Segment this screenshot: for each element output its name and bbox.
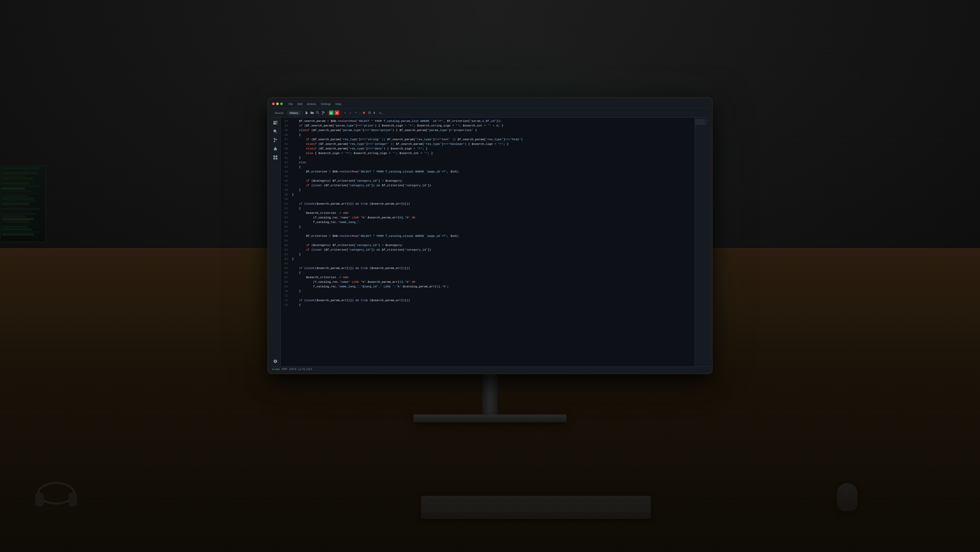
code-editor[interactable]: 33 $f_search_param = $DB->selectRow('SEL… [281,118,695,366]
left-wall-monitors [0,166,46,242]
monitor-stand-base [414,414,566,422]
table-row: 69 f_catalog_rec.'name_lang_'.'$lang_id'… [281,284,695,289]
table-row: 36 { [281,132,695,137]
monitor-bottom-bar: BenQ [270,372,710,373]
svg-rect-16 [275,155,277,157]
table-row: 51 if (isset($search_param_arr[0]) && tr… [281,201,695,206]
nav-settings[interactable]: Settings [319,102,333,106]
svg-rect-1 [36,493,43,506]
table-row: 54 (f_catalog_rec.'name' LIKE '%'.$searc… [281,215,695,220]
table-row: 57 [281,229,695,233]
stop-button[interactable]: ■ [334,111,339,115]
table-row: 38 elseif ($f_search_param['res_type']==… [281,142,695,146]
nav-help[interactable]: Help [334,102,344,106]
status-bar: ● main PHP UTF-8 Ln 73, Col 5 [270,366,710,372]
monitor-neck [482,373,498,414]
table-row: 40 else { $search_sign = '='; $search_st… [281,151,695,155]
git-status: ● main [272,368,280,370]
table-row: 52 { [281,206,695,211]
activity-search[interactable] [271,127,280,136]
toolbar: Source History [270,108,710,118]
title-bar-nav: File Edit Actions Settings Help [286,102,343,106]
encoding: UTF-8 [289,368,296,370]
svg-point-19 [275,361,276,362]
svg-rect-17 [273,158,275,160]
table-row: 62 } [281,252,695,257]
svg-rect-2 [69,493,76,506]
table-row: 53 $search_criterion .= AND [281,211,695,215]
breakpoint-icon[interactable] [362,111,366,115]
table-row: 67 $search_criterion .= AND [281,275,695,279]
svg-rect-15 [273,155,275,157]
tab-source[interactable]: Source [272,110,286,115]
monitor-screen: File Edit Actions Settings Help Source H… [270,100,710,372]
search-icon[interactable] [315,111,320,115]
table-row: 44 $f_criterion = $DB->selectRow('SELECT… [281,169,695,174]
minimap-panel [695,118,710,366]
file-icon[interactable] [304,111,309,115]
table-row: 37 if ($f_search_param['res_type']==='st… [281,137,695,142]
table-row: 33 $f_search_param = $DB->selectRow('SEL… [281,118,695,123]
git-icon[interactable] [321,111,326,115]
table-row: 49 } [281,192,695,197]
table-row: 60 if ($category) $f_criterion['category… [281,242,695,247]
svg-line-4 [318,113,319,114]
close-dot[interactable] [272,103,275,105]
ide-window: File Edit Actions Settings Help Source H… [270,100,710,372]
nav-actions[interactable]: Actions [305,102,318,106]
minimize-dot[interactable] [276,103,279,105]
table-row: 72 if (isset($search_param_arr[2]) && tr… [281,298,695,302]
file-info: PHP [282,368,287,370]
svg-rect-18 [275,158,277,160]
table-row: 64 [281,261,695,266]
table-row: 45 [281,174,695,178]
table-row: 65 if (isset($search_param_arr[1]) && tr… [281,266,695,270]
watch-icon[interactable] [367,111,372,115]
table-row: 47 if (isset ($f_criterion['category_id'… [281,183,695,188]
svg-line-11 [275,132,277,133]
activity-extensions[interactable] [271,153,280,161]
maximize-dot[interactable] [280,103,283,105]
editor-area: 33 $f_search_param = $DB->selectRow('SEL… [270,118,710,366]
svg-point-8 [363,112,365,114]
table-row: 73 { [281,302,695,307]
activity-git[interactable] [271,136,280,144]
activity-explorer[interactable] [271,118,280,127]
svg-point-10 [274,129,276,132]
table-row: 35 elseif ($f_search_param['param_type']… [281,128,695,132]
folder-icon[interactable] [310,111,314,115]
table-row: 39 elseif ($f_search_param['res_type']==… [281,146,695,151]
table-row: 61 if (isset ($f_criterion['category_id'… [281,247,695,252]
step-out-icon[interactable] [354,111,358,115]
headphones [30,480,82,511]
console-icon[interactable] [379,111,383,115]
variables-icon[interactable] [373,111,377,115]
main-monitor: File Edit Actions Settings Help Source H… [268,97,712,422]
table-row: 41 } [281,155,695,160]
table-row: 42 else [281,160,695,164]
toolbar-divider-1 [302,110,303,115]
table-row: 43 { [281,164,695,169]
svg-point-13 [274,141,275,142]
nav-edit[interactable]: Edit [296,102,304,106]
mouse [837,483,858,511]
step-into-icon[interactable] [348,111,353,115]
table-row: 48 } [281,188,695,192]
table-row: 68 (f_catalog_rec.'name' LIKE '%'.$searc… [281,279,695,284]
run-button[interactable]: ▶ [329,111,334,115]
nav-file[interactable]: File [286,102,295,106]
activity-settings[interactable] [271,357,280,365]
table-row: 46 if ($category) $f_criterion['category… [281,178,695,183]
tab-history[interactable]: History [287,110,301,115]
step-over-icon[interactable] [342,111,347,115]
table-row: 66 { [281,270,695,275]
toolbar-divider-2 [327,110,328,115]
keyboard [421,496,651,519]
table-row: 70 } [281,289,695,293]
table-row: 55 f_catalog_rec.'name_lang_'. [281,220,695,224]
table-row: 71 [281,293,695,298]
toolbar-divider-4 [360,110,360,115]
line-col: Ln 73, Col 5 [298,368,312,370]
table-row: 34 if ($f_search_param['param_type']==='… [281,123,695,128]
activity-debug[interactable] [271,145,280,153]
